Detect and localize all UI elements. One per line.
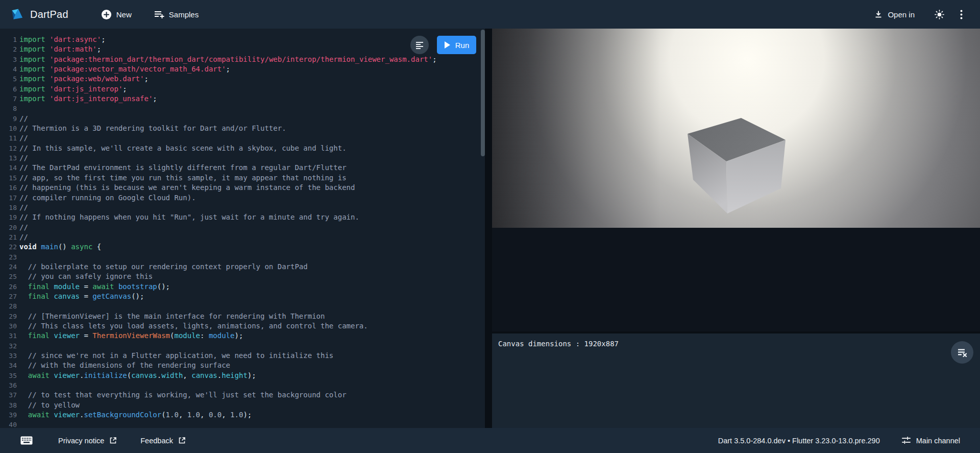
feedback-link[interactable]: Feedback bbox=[137, 435, 189, 447]
code-line[interactable]: 19// If nothing happens when you hit "Ru… bbox=[0, 212, 480, 222]
code-line[interactable]: 32 bbox=[0, 341, 480, 351]
line-number: 16 bbox=[0, 183, 17, 193]
code-line[interactable]: 27 final canvas = getCanvas(); bbox=[0, 292, 480, 301]
code-line[interactable]: 37 // to test that everything is working… bbox=[0, 390, 480, 400]
code-line[interactable]: 12// In this sample, we'll create a basi… bbox=[0, 144, 480, 153]
line-number: 24 bbox=[0, 262, 17, 272]
add-circle-icon bbox=[101, 9, 112, 20]
code-editor[interactable]: 1import 'dart:async';2import 'dart:math'… bbox=[0, 29, 485, 428]
app-title: DartPad bbox=[30, 9, 68, 20]
code-line[interactable]: 9// bbox=[0, 114, 480, 124]
brightness-sun-icon bbox=[934, 9, 945, 20]
clear-console-button[interactable] bbox=[951, 341, 973, 364]
open-in-new-icon bbox=[109, 437, 117, 444]
code-line[interactable]: 5import 'package:web/web.dart'; bbox=[0, 74, 480, 84]
overflow-menu-button[interactable] bbox=[957, 7, 966, 22]
code-line[interactable]: 33 // since we're not in a Flutter appli… bbox=[0, 351, 480, 361]
line-number: 27 bbox=[0, 292, 17, 301]
line-number: 5 bbox=[0, 74, 17, 84]
code-line[interactable]: 36 bbox=[0, 380, 480, 390]
code-line[interactable]: 24 // boilerplate to setup our rendering… bbox=[0, 262, 480, 272]
app-preview-panel bbox=[492, 29, 980, 331]
status-bar: Privacy notice Feedback Dart 3.5.0-284.0… bbox=[0, 428, 980, 453]
brand: DartPad bbox=[10, 8, 68, 21]
line-number: 32 bbox=[0, 341, 17, 351]
line-number: 6 bbox=[0, 84, 17, 94]
code-line[interactable]: 21// bbox=[0, 232, 480, 242]
editor-scrollbar[interactable] bbox=[481, 30, 485, 156]
code-line[interactable]: 18// bbox=[0, 203, 480, 212]
privacy-notice-link[interactable]: Privacy notice bbox=[55, 435, 120, 447]
line-number: 11 bbox=[0, 133, 17, 143]
code-lines[interactable]: 1import 'dart:async';2import 'dart:math'… bbox=[0, 35, 480, 428]
code-line[interactable]: 31 final viewer = ThermionViewerWasm(mod… bbox=[0, 331, 480, 341]
line-number: 40 bbox=[0, 420, 17, 428]
code-line[interactable]: 30 // This class lets you load assets, l… bbox=[0, 321, 480, 331]
tune-icon bbox=[901, 436, 911, 445]
line-number: 9 bbox=[0, 114, 17, 124]
open-in-label: Open in bbox=[888, 10, 915, 19]
open-in-new-icon bbox=[178, 437, 186, 444]
line-number: 3 bbox=[0, 55, 17, 64]
code-line[interactable]: 29 // [ThermionViewer] is the main inter… bbox=[0, 312, 480, 321]
format-button[interactable] bbox=[410, 36, 429, 54]
code-line[interactable]: 20// bbox=[0, 223, 480, 232]
code-line[interactable]: 26 final module = await bootstrap(); bbox=[0, 282, 480, 292]
line-number: 39 bbox=[0, 410, 17, 420]
code-line[interactable]: 10// Thermion is a 3D rendering toolkit … bbox=[0, 124, 480, 133]
run-button[interactable]: Run bbox=[437, 36, 476, 54]
line-number: 36 bbox=[0, 380, 17, 390]
code-line[interactable]: 25 // you can safely ignore this bbox=[0, 272, 480, 281]
download-icon bbox=[874, 10, 883, 19]
code-line[interactable]: 7import 'dart:js_interop_unsafe'; bbox=[0, 94, 480, 104]
render-canvas[interactable] bbox=[492, 29, 980, 228]
channel-selector[interactable]: Main channel bbox=[898, 434, 963, 447]
code-line[interactable]: 35 await viewer.initialize(canvas.width,… bbox=[0, 371, 480, 380]
vertical-splitter[interactable] bbox=[485, 29, 492, 428]
line-number: 1 bbox=[0, 35, 17, 44]
code-line[interactable]: 23 bbox=[0, 252, 480, 262]
line-number: 10 bbox=[0, 124, 17, 133]
new-button[interactable]: New bbox=[97, 6, 136, 23]
code-line[interactable]: 1import 'dart:async'; bbox=[0, 35, 480, 44]
line-number: 25 bbox=[0, 272, 17, 281]
dart-logo-icon bbox=[10, 8, 24, 21]
theme-toggle-button[interactable] bbox=[931, 6, 948, 23]
clear-console-icon bbox=[957, 347, 968, 358]
code-line[interactable]: 17// compiler running on Google Cloud Ru… bbox=[0, 193, 480, 203]
line-number: 14 bbox=[0, 163, 17, 173]
line-number: 34 bbox=[0, 361, 17, 370]
code-line[interactable]: 11// bbox=[0, 133, 480, 143]
line-number: 20 bbox=[0, 223, 17, 232]
code-line[interactable]: 16// happening (this is because we aren'… bbox=[0, 183, 480, 193]
code-line[interactable]: 34 // with the dimensions of the renderi… bbox=[0, 361, 480, 370]
line-number: 38 bbox=[0, 400, 17, 410]
open-in-button[interactable]: Open in bbox=[870, 7, 919, 22]
code-line[interactable]: 39 await viewer.setBackgroundColor(1.0, … bbox=[0, 410, 480, 420]
code-line[interactable]: 38 // to yellow bbox=[0, 400, 480, 410]
code-line[interactable]: 3import 'package:thermion_dart/thermion_… bbox=[0, 55, 480, 64]
privacy-notice-label: Privacy notice bbox=[58, 437, 104, 445]
code-line[interactable]: 2import 'dart:math'; bbox=[0, 44, 480, 54]
code-line[interactable]: 8 bbox=[0, 104, 480, 113]
line-number: 26 bbox=[0, 282, 17, 292]
code-line[interactable]: 4import 'package:vector_math/vector_math… bbox=[0, 64, 480, 74]
version-info: Dart 3.5.0-284.0.dev • Flutter 3.23.0-13… bbox=[718, 437, 880, 445]
code-line[interactable]: 6import 'dart:js_interop'; bbox=[0, 84, 480, 94]
channel-label: Main channel bbox=[916, 437, 960, 445]
code-line[interactable]: 22void main() async { bbox=[0, 242, 480, 252]
line-number: 21 bbox=[0, 232, 17, 242]
code-line[interactable]: 14// The DartPad environment is slightly… bbox=[0, 163, 480, 173]
code-line[interactable]: 40 bbox=[0, 420, 480, 428]
line-number: 18 bbox=[0, 203, 17, 212]
run-button-label: Run bbox=[455, 41, 470, 50]
code-line[interactable]: 28 bbox=[0, 301, 480, 311]
line-number: 7 bbox=[0, 94, 17, 104]
line-number: 23 bbox=[0, 252, 17, 262]
keyboard-shortcuts-button[interactable] bbox=[17, 433, 36, 448]
code-line[interactable]: 13// bbox=[0, 153, 480, 163]
samples-button[interactable]: Samples bbox=[150, 6, 203, 22]
console-panel: Canvas dimensions : 980x453 bbox=[492, 333, 980, 428]
code-line[interactable]: 15// app, so the first time you run this… bbox=[0, 173, 480, 183]
line-number: 37 bbox=[0, 390, 17, 400]
